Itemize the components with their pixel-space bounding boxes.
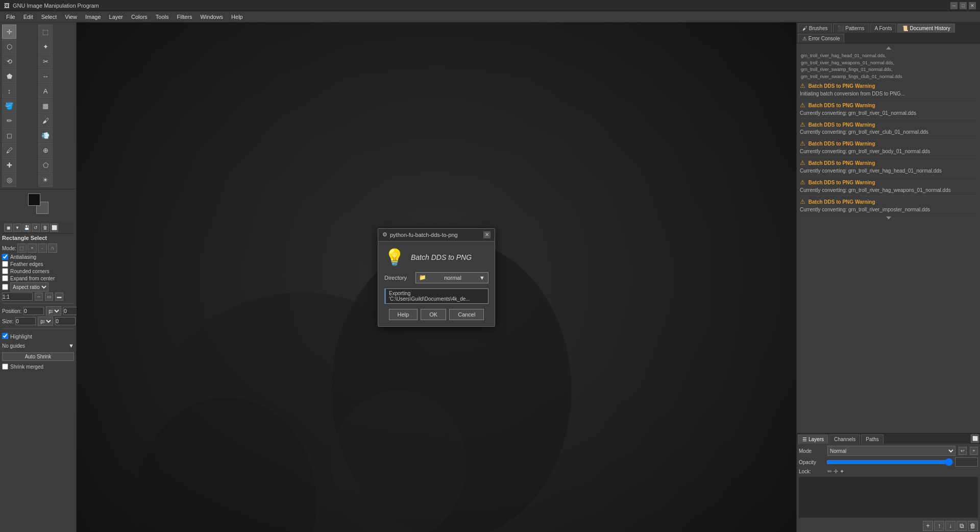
tab-error-console[interactable]: ⚠ Error Console bbox=[798, 34, 844, 43]
ratio-landscape[interactable]: ▬ bbox=[55, 293, 63, 301]
maximize-button[interactable]: □ bbox=[960, 2, 967, 9]
tool-options-save[interactable]: 💾 bbox=[22, 224, 31, 232]
menu-windows[interactable]: Windows bbox=[196, 13, 227, 21]
menu-help[interactable]: Help bbox=[227, 13, 247, 21]
canvas-area[interactable]: ⚙ python-fu-batch-dds-to-png ✕ 💡 Batch D… bbox=[77, 22, 796, 532]
layers-mode-edit[interactable]: ↩ bbox=[959, 447, 967, 455]
dialog-help-button[interactable]: Help bbox=[389, 309, 418, 320]
auto-shrink-button[interactable]: Auto Shrink bbox=[2, 352, 74, 361]
layer-delete-button[interactable]: 🗑 bbox=[968, 521, 978, 531]
menu-select[interactable]: Select bbox=[37, 13, 61, 21]
fg-bg-colors[interactable] bbox=[28, 194, 48, 214]
tab-document-history[interactable]: 📜 Document History bbox=[897, 23, 954, 33]
antialiasing-checkbox[interactable] bbox=[2, 254, 8, 260]
position-unit[interactable]: px bbox=[46, 306, 61, 316]
tool-crop[interactable]: ⬟ bbox=[2, 69, 16, 83]
size-unit[interactable]: px bbox=[38, 317, 53, 326]
scroll-up-indicator[interactable] bbox=[799, 45, 978, 51]
tool-options-new[interactable]: ◼ bbox=[4, 224, 12, 232]
ratio-input[interactable] bbox=[2, 293, 33, 301]
scroll-down-indicator[interactable] bbox=[799, 215, 978, 221]
tool-blend[interactable]: ▦ bbox=[38, 99, 53, 113]
ratio-portrait[interactable]: ▭ bbox=[45, 293, 53, 301]
layer-lower-button[interactable]: ↓ bbox=[945, 521, 955, 531]
tool-options-expand[interactable]: ⬜ bbox=[50, 224, 58, 232]
menu-filters[interactable]: Filters bbox=[173, 13, 197, 21]
tool-options-restore[interactable]: ↺ bbox=[32, 224, 40, 232]
tab-brushes[interactable]: 🖌 Brushes bbox=[798, 23, 832, 33]
minimize-button[interactable]: ─ bbox=[950, 2, 958, 9]
layers-mode-select[interactable]: Normal Multiply Screen Overlay bbox=[827, 446, 955, 456]
tool-options-delete[interactable]: 🗑 bbox=[41, 224, 49, 232]
mode-replace[interactable]: ⬚ bbox=[17, 244, 27, 253]
menu-view[interactable]: View bbox=[61, 13, 81, 21]
lock-edit-icon[interactable]: ✏ bbox=[827, 468, 832, 475]
dialog-cancel-button[interactable]: Cancel bbox=[449, 309, 484, 320]
layers-panel-expand[interactable]: ⬜ bbox=[971, 434, 979, 443]
opacity-input[interactable]: 100.0 bbox=[955, 457, 978, 467]
tool-text[interactable]: A bbox=[38, 84, 53, 98]
tool-scissors[interactable]: ✂ bbox=[38, 54, 53, 68]
lock-alpha-icon[interactable]: ✦ bbox=[840, 468, 844, 475]
tool-bucket[interactable]: 🪣 bbox=[2, 99, 16, 113]
tool-paintbrush[interactable]: 🖌 bbox=[38, 113, 53, 128]
tool-dodge[interactable]: ☀ bbox=[38, 173, 53, 187]
tool-transform[interactable]: ↔ bbox=[38, 69, 53, 83]
tool-free-select[interactable]: ✦ bbox=[38, 39, 53, 54]
tool-move[interactable]: ✛ bbox=[2, 25, 16, 39]
tool-fuzzy-select[interactable]: ⟲ bbox=[2, 54, 16, 68]
expand-from-center-checkbox[interactable] bbox=[2, 275, 8, 281]
tab-paths[interactable]: Paths bbox=[861, 434, 884, 444]
tab-channels[interactable]: Channels bbox=[829, 434, 860, 444]
titlebar-controls[interactable]: ─ □ ✕ bbox=[950, 2, 976, 9]
layer-raise-button[interactable]: ↑ bbox=[934, 521, 944, 531]
tool-ink[interactable]: 🖊 bbox=[2, 143, 16, 157]
tool-rect-select[interactable]: ⬚ bbox=[38, 25, 53, 39]
mode-intersect[interactable]: ∩ bbox=[48, 244, 57, 253]
fixed-checkbox[interactable] bbox=[2, 284, 8, 290]
tool-airbrush[interactable]: 💨 bbox=[38, 128, 53, 142]
tool-eraser[interactable]: ◻ bbox=[2, 128, 16, 142]
tab-patterns[interactable]: ⬛ Patterns bbox=[833, 23, 869, 33]
guides-dropdown-icon[interactable]: ▼ bbox=[68, 343, 74, 349]
log-panel[interactable]: grn_troll_river_hag_head_01_normal.dds, … bbox=[797, 43, 980, 433]
opacity-slider[interactable] bbox=[826, 458, 953, 466]
layer-new-button[interactable]: + bbox=[923, 521, 933, 531]
size-h-input[interactable] bbox=[55, 317, 76, 325]
layers-list[interactable] bbox=[799, 477, 978, 518]
tool-pencil[interactable]: ✏ bbox=[2, 113, 16, 128]
menu-file[interactable]: File bbox=[2, 13, 19, 21]
tool-flip[interactable]: ↕ bbox=[2, 84, 16, 98]
highlight-checkbox[interactable] bbox=[2, 333, 8, 339]
scroll-down-triangle[interactable] bbox=[886, 216, 891, 220]
tool-heal[interactable]: ✚ bbox=[2, 158, 16, 172]
size-w-input[interactable] bbox=[15, 317, 36, 325]
fixed-select[interactable]: Aspect ratio Width Height Size bbox=[10, 282, 48, 292]
tab-fonts[interactable]: A Fonts bbox=[870, 23, 897, 33]
mode-subtract[interactable]: - bbox=[38, 244, 47, 253]
menu-colors[interactable]: Colors bbox=[127, 13, 152, 21]
mode-add[interactable]: + bbox=[28, 244, 37, 253]
tool-perspective[interactable]: ⬠ bbox=[38, 158, 53, 172]
ratio-flip[interactable]: ↔ bbox=[35, 293, 43, 301]
tool-clone[interactable]: ⊕ bbox=[38, 143, 53, 157]
layer-duplicate-button[interactable]: ⧉ bbox=[957, 521, 967, 531]
position-x-input[interactable] bbox=[23, 307, 44, 315]
menu-layer[interactable]: Layer bbox=[105, 13, 128, 21]
close-button[interactable]: ✕ bbox=[969, 2, 976, 9]
scroll-up-triangle[interactable] bbox=[886, 46, 891, 50]
layers-mode-new[interactable]: + bbox=[970, 447, 978, 455]
rounded-corners-checkbox[interactable] bbox=[2, 268, 8, 274]
dialog-directory-select[interactable]: 📁 normal ▼ bbox=[415, 272, 488, 283]
menu-image[interactable]: Image bbox=[81, 13, 105, 21]
tool-ellipse-select[interactable]: ⬡ bbox=[2, 39, 16, 54]
dialog-ok-button[interactable]: OK bbox=[421, 309, 446, 320]
foreground-color[interactable] bbox=[28, 194, 40, 206]
feather-edges-checkbox[interactable] bbox=[2, 261, 8, 267]
dialog-close-button[interactable]: ✕ bbox=[483, 231, 491, 238]
menu-tools[interactable]: Tools bbox=[152, 13, 173, 21]
lock-move-icon[interactable]: ✛ bbox=[834, 468, 838, 475]
tab-layers[interactable]: ☰ Layers bbox=[798, 434, 828, 444]
menu-edit[interactable]: Edit bbox=[19, 13, 37, 21]
tool-options-menu[interactable]: ▼ bbox=[13, 224, 21, 232]
